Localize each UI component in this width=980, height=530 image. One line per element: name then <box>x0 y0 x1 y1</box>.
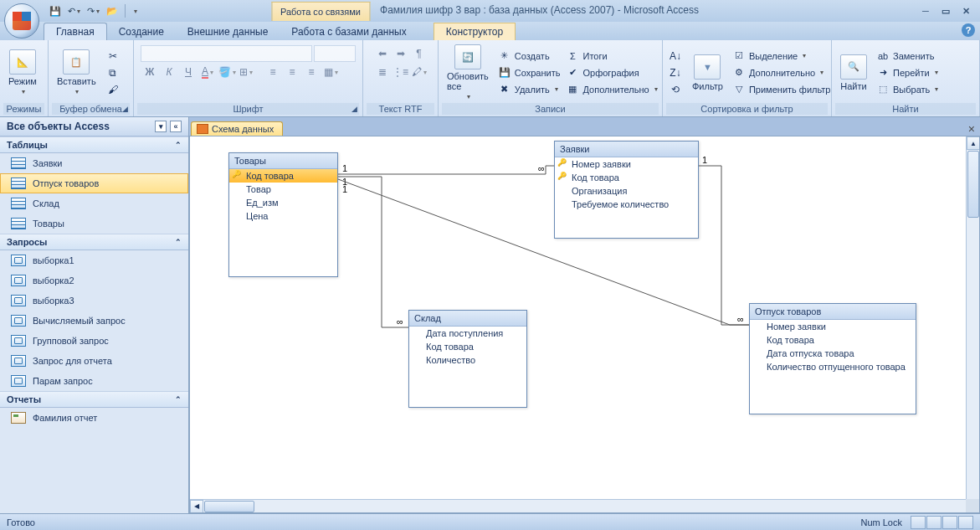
table-field[interactable]: Дата поступления <box>409 327 526 340</box>
table-title[interactable]: Заявки <box>555 142 698 157</box>
table-field[interactable]: Код товара <box>229 169 337 183</box>
copy-icon[interactable]: ⧉ <box>104 64 122 81</box>
new-record-button[interactable]: ✳Создать <box>496 49 562 64</box>
ltr-icon[interactable]: ¶ <box>410 45 428 62</box>
save-icon[interactable]: 💾 <box>47 4 64 18</box>
italic-icon[interactable]: К <box>160 64 178 80</box>
nav-item[interactable]: выборка3 <box>0 291 188 311</box>
table-title[interactable]: Склад <box>409 311 526 327</box>
goto-button[interactable]: ➜Перейти▾ <box>875 65 940 80</box>
table-field[interactable]: Количество отпущенного товара <box>750 360 916 373</box>
scroll-up-icon[interactable]: ▲ <box>967 136 980 150</box>
nav-item[interactable]: выборка1 <box>0 250 188 270</box>
refresh-button[interactable]: 🔄Обновить все▾ <box>442 43 494 102</box>
view-btn-4[interactable] <box>958 516 973 529</box>
alt-row-icon[interactable]: ▦▾ <box>321 64 340 80</box>
spelling-button[interactable]: ✔Орфография <box>564 65 659 80</box>
restore-button[interactable]: ▭ <box>938 4 953 18</box>
table-title[interactable]: Отпуск товаров <box>750 304 916 320</box>
table-field[interactable]: Номер заявки <box>555 157 698 171</box>
delete-record-button[interactable]: ✖Удалить▾ <box>496 82 562 97</box>
minimize-button[interactable]: ─ <box>918 4 933 18</box>
table-field[interactable]: Номер заявки <box>750 320 916 333</box>
table-field[interactable] <box>229 223 337 236</box>
table-field[interactable]: Цена <box>229 209 337 223</box>
table-field[interactable]: Код товара <box>409 340 526 353</box>
view-btn-2[interactable] <box>926 516 942 529</box>
nav-item[interactable]: Парам запрос <box>0 371 188 391</box>
tab-home[interactable]: Главная <box>44 23 107 40</box>
font-color-icon[interactable]: A▾ <box>198 64 217 80</box>
view-btn-3[interactable] <box>942 516 957 529</box>
nav-item[interactable]: Товары <box>0 214 188 234</box>
align-center-icon[interactable]: ≡ <box>283 64 301 80</box>
table-field[interactable]: Ед_изм <box>229 196 337 209</box>
toggle-filter-button[interactable]: ▽Применить фильтр <box>731 82 833 97</box>
indent-inc-icon[interactable]: ➡ <box>392 45 410 62</box>
office-button[interactable] <box>4 3 39 39</box>
nav-item[interactable]: Заявки <box>0 153 188 173</box>
table-field[interactable] <box>229 250 337 263</box>
select-button[interactable]: ⬚Выбрать▾ <box>875 82 940 97</box>
table-field[interactable]: Количество <box>409 353 526 367</box>
table-field[interactable]: Код товара <box>750 333 916 347</box>
filter-button[interactable]: ▼Фильтр <box>687 53 728 93</box>
table-склад[interactable]: СкладДата поступленияКод товараКоличеств… <box>408 310 527 408</box>
tab-create[interactable]: Создание <box>107 23 176 40</box>
undo-icon[interactable]: ↶▾ <box>65 4 83 18</box>
underline-icon[interactable]: Ч <box>179 64 198 80</box>
nav-collapse-icon[interactable]: « <box>170 121 182 132</box>
fill-color-icon[interactable]: 🪣▾ <box>218 64 236 80</box>
table-field[interactable]: Товар <box>229 183 337 196</box>
table-field[interactable] <box>409 394 526 407</box>
view-button[interactable]: 📐Режим▾ <box>3 48 42 97</box>
tab-dbtools[interactable]: Работа с базами данных <box>280 23 418 40</box>
nav-item[interactable]: Запрос для отчета <box>0 351 188 371</box>
paste-button[interactable]: 📋Вставить▾ <box>52 48 101 97</box>
nav-pane-title[interactable]: Все объекты Access ▾ « <box>0 117 188 136</box>
scroll-thumb[interactable] <box>967 151 979 218</box>
close-button[interactable]: ✕ <box>958 4 973 18</box>
nav-group-tables[interactable]: Таблицы⌃ <box>0 136 188 153</box>
sort-desc-icon[interactable]: Z↓ <box>666 64 685 81</box>
table-title[interactable]: Товары <box>229 153 337 169</box>
qat-customize-icon[interactable]: ▾ <box>130 6 140 17</box>
view-btn-1[interactable] <box>911 516 926 529</box>
vertical-scrollbar[interactable]: ▲ <box>966 136 979 499</box>
table-field[interactable] <box>229 236 337 250</box>
cut-icon[interactable]: ✂ <box>104 48 122 64</box>
align-left-icon[interactable]: ≡ <box>264 64 282 80</box>
table-field[interactable] <box>750 400 916 414</box>
indent-dec-icon[interactable]: ⬅ <box>373 45 392 62</box>
table-field[interactable] <box>555 224 698 238</box>
table-field[interactable]: Код товара <box>555 171 698 184</box>
nav-item[interactable]: Склад <box>0 193 188 214</box>
tab-external[interactable]: Внешние данные <box>176 23 280 40</box>
table-field[interactable]: Дата отпуска товара <box>750 347 916 360</box>
table-field[interactable]: Организация <box>555 184 698 198</box>
nav-item[interactable]: Групповой запрос <box>0 331 188 351</box>
table-отпуск-товаров[interactable]: Отпуск товаровНомер заявкиКод товараДата… <box>749 303 916 414</box>
table-товары[interactable]: ТоварыКод товараТоварЕд_измЦена <box>228 152 338 277</box>
table-field[interactable] <box>409 367 526 380</box>
gridlines-icon[interactable]: ⊞▾ <box>237 64 255 80</box>
bold-icon[interactable]: Ж <box>141 64 159 80</box>
format-painter-icon[interactable]: 🖌 <box>104 81 122 98</box>
table-заявки[interactable]: ЗаявкиНомер заявкиКод товараОрганизацияТ… <box>554 141 699 239</box>
scroll-thumb[interactable] <box>204 501 254 512</box>
table-field[interactable] <box>750 387 916 400</box>
sort-asc-icon[interactable]: A↓ <box>666 48 685 64</box>
relationships-canvas[interactable]: 1 ∞ 1 ∞ 1 ∞ 1 ТоварыКод товараТоварЕд_из… <box>190 136 966 499</box>
advanced-filter-button[interactable]: ⚙Дополнительно▾ <box>731 65 833 80</box>
find-button[interactable]: 🔍Найти <box>835 53 872 93</box>
table-field[interactable] <box>555 211 698 224</box>
nav-dropdown-icon[interactable]: ▾ <box>155 121 167 132</box>
nav-group-queries[interactable]: Запросы⌃ <box>0 234 188 250</box>
tab-designer[interactable]: Конструктор <box>434 23 516 40</box>
totals-button[interactable]: ΣИтоги <box>564 49 659 64</box>
more-button[interactable]: ▦Дополнительно▾ <box>564 82 659 97</box>
horizontal-scrollbar[interactable]: ◀ <box>190 499 966 512</box>
scroll-left-icon[interactable]: ◀ <box>190 500 203 513</box>
table-field[interactable] <box>750 373 916 387</box>
selection-filter-button[interactable]: ☑Выделение▾ <box>731 49 833 64</box>
